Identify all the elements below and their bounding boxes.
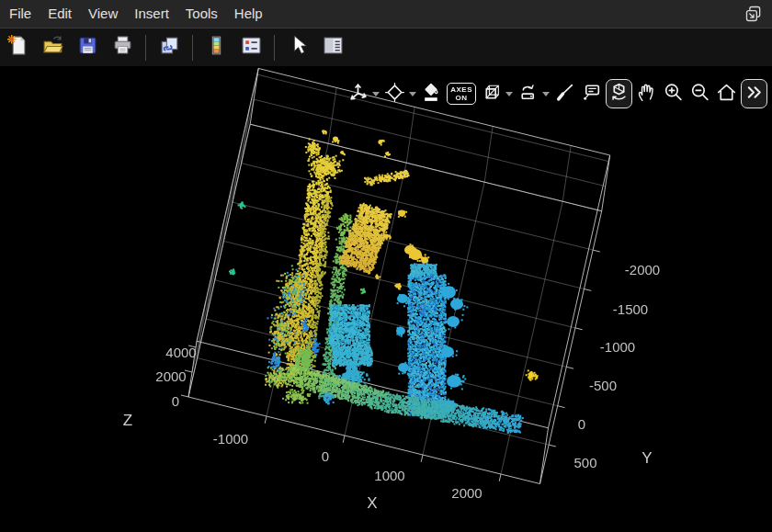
new-figure-icon xyxy=(6,34,29,61)
more-tools-icon xyxy=(743,81,766,108)
link-figure-button[interactable] xyxy=(153,33,185,62)
menu-item-tools[interactable]: Tools xyxy=(177,0,226,28)
more-tools-button[interactable] xyxy=(741,79,767,108)
edit-plot-button[interactable] xyxy=(282,33,313,62)
menu-item-insert[interactable]: Insert xyxy=(126,0,177,28)
legend-icon xyxy=(240,34,263,61)
figure-window: FileEditViewInsertToolsHelp -10000100020… xyxy=(0,0,772,532)
point-cloud-plot[interactable] xyxy=(0,66,772,532)
axes-on-toggle[interactable]: AXESON xyxy=(447,83,476,105)
legend-button[interactable] xyxy=(235,33,267,62)
brush-icon xyxy=(553,81,576,108)
dock-figure-button[interactable] xyxy=(743,3,765,25)
rotate-3d-icon xyxy=(607,81,630,108)
rotate-axes-button[interactable] xyxy=(346,80,370,108)
lighting-icon xyxy=(517,81,539,108)
brush-button[interactable] xyxy=(552,80,577,108)
edit-plot-icon xyxy=(287,34,310,61)
restore-view-button[interactable] xyxy=(382,80,407,108)
print-button[interactable] xyxy=(107,33,138,62)
datatip-icon xyxy=(580,81,603,108)
background-color-button[interactable] xyxy=(419,80,444,108)
save-icon xyxy=(76,34,99,61)
new-figure-button[interactable] xyxy=(2,33,33,62)
menu-item-view[interactable]: View xyxy=(80,0,126,28)
axes-on-label2: ON xyxy=(450,94,472,102)
datatip-button[interactable] xyxy=(579,80,604,108)
print-icon xyxy=(111,34,134,61)
toolbar-separator xyxy=(274,35,275,61)
projection-button[interactable] xyxy=(479,80,504,108)
axes-toolbar: AXESON xyxy=(345,79,768,108)
rotate-3d-button[interactable] xyxy=(606,79,632,108)
toolbar-separator xyxy=(192,35,193,61)
dropdown-caret-icon[interactable] xyxy=(372,92,380,96)
pan-icon xyxy=(635,81,658,108)
menu-item-help[interactable]: Help xyxy=(226,0,271,28)
property-inspector-icon xyxy=(322,34,345,61)
zoom-in-icon xyxy=(662,81,685,108)
figure-toolbar xyxy=(0,28,772,66)
open-button[interactable] xyxy=(37,33,68,62)
figure-area: -10000100020005000-500-1000-1500-2000400… xyxy=(0,66,772,532)
dropdown-caret-icon[interactable] xyxy=(409,92,416,96)
zoom-out-icon xyxy=(688,81,711,108)
zoom-in-button[interactable] xyxy=(661,80,686,108)
home-button[interactable] xyxy=(714,80,739,108)
property-inspector-button[interactable] xyxy=(317,33,348,62)
menu-item-file[interactable]: File xyxy=(0,0,40,28)
colorbar-icon xyxy=(205,34,228,61)
dock-figure-icon xyxy=(744,5,763,23)
menu-bar: FileEditViewInsertToolsHelp xyxy=(0,0,772,28)
restore-view-icon xyxy=(383,81,406,108)
dropdown-caret-icon[interactable] xyxy=(505,92,513,96)
background-color-icon xyxy=(420,81,443,108)
home-icon xyxy=(715,81,738,108)
axes-on-label: AXES xyxy=(450,85,472,94)
zoom-out-button[interactable] xyxy=(687,80,712,108)
link-figure-icon xyxy=(158,34,181,61)
menu-item-edit[interactable]: Edit xyxy=(40,0,80,28)
projection-icon xyxy=(480,81,503,108)
dropdown-caret-icon[interactable] xyxy=(542,92,550,96)
colorbar-button[interactable] xyxy=(200,33,232,62)
pan-button[interactable] xyxy=(634,80,659,108)
open-icon xyxy=(41,34,64,61)
lighting-button[interactable] xyxy=(516,80,540,108)
save-button[interactable] xyxy=(72,33,103,62)
rotate-axes-icon xyxy=(346,81,369,108)
toolbar-separator xyxy=(145,35,146,61)
